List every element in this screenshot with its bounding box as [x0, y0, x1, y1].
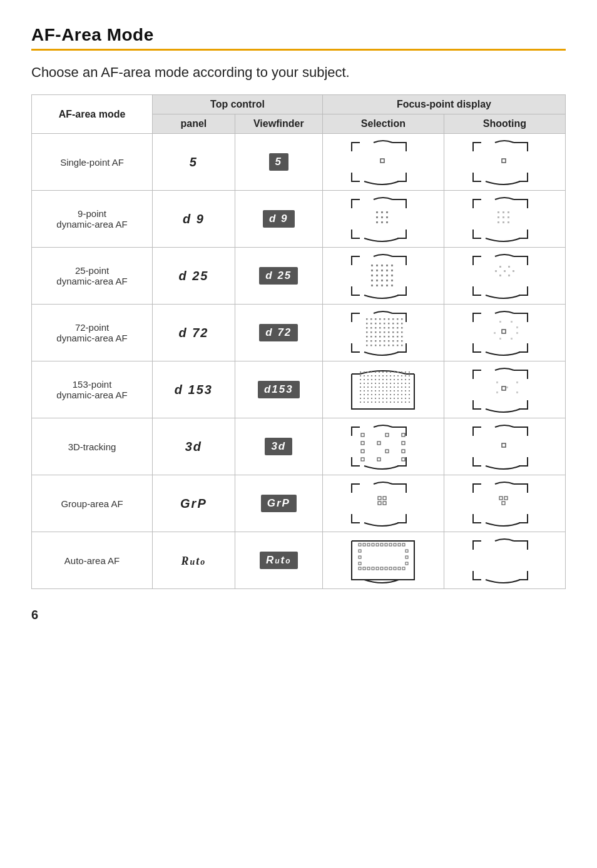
svg-rect-301 [398, 567, 401, 570]
svg-rect-96 [401, 336, 403, 338]
svg-rect-259 [377, 442, 380, 445]
svg-rect-169 [375, 383, 376, 384]
svg-rect-127 [375, 371, 376, 373]
svg-rect-15 [503, 216, 504, 218]
svg-rect-54 [375, 318, 377, 320]
svg-rect-38 [386, 280, 388, 281]
svg-rect-172 [386, 383, 387, 384]
svg-rect-185 [382, 386, 384, 388]
svg-rect-228 [386, 398, 387, 399]
svg-rect-243 [390, 401, 391, 403]
svg-rect-85 [392, 331, 394, 333]
svg-rect-241 [382, 401, 384, 403]
svg-rect-284 [398, 543, 401, 546]
svg-rect-248 [409, 401, 410, 403]
svg-rect-32 [381, 275, 383, 276]
svg-rect-120 [516, 332, 518, 334]
svg-rect-37 [381, 280, 383, 281]
svg-rect-182 [371, 386, 372, 388]
svg-rect-180 [364, 386, 365, 388]
svg-rect-135 [405, 371, 406, 373]
svg-rect-242 [386, 401, 387, 403]
header-top-control: Top control [153, 95, 323, 114]
svg-rect-138 [364, 375, 365, 376]
svg-rect-280 [380, 543, 383, 546]
shooting-diagram [444, 191, 565, 248]
svg-rect-139 [367, 375, 369, 376]
svg-rect-61 [366, 323, 368, 325]
svg-rect-29 [391, 270, 393, 271]
svg-rect-268 [378, 497, 381, 500]
svg-rect-170 [379, 383, 380, 384]
svg-rect-149 [405, 375, 406, 376]
svg-rect-18 [503, 221, 504, 223]
svg-rect-283 [394, 543, 396, 546]
svg-rect-164 [409, 379, 410, 380]
svg-rect-83 [384, 331, 385, 333]
svg-rect-104 [397, 340, 399, 342]
svg-rect-209 [367, 394, 369, 395]
viewfinder-symbol: d 9 [235, 191, 322, 248]
svg-rect-22 [381, 265, 383, 266]
svg-rect-267 [502, 443, 506, 447]
svg-rect-70 [366, 327, 368, 329]
svg-rect-189 [397, 386, 399, 388]
shooting-diagram [444, 134, 565, 191]
svg-rect-198 [379, 390, 380, 391]
svg-rect-95 [397, 336, 399, 338]
svg-rect-144 [386, 375, 387, 376]
svg-rect-35 [371, 280, 373, 281]
svg-rect-275 [359, 543, 361, 546]
svg-rect-143 [382, 375, 384, 376]
svg-rect-200 [386, 390, 387, 391]
svg-rect-206 [409, 390, 410, 391]
viewfinder-symbol: 5 [235, 134, 322, 191]
panel-symbol: 5 [153, 134, 235, 191]
svg-rect-44 [391, 285, 393, 286]
svg-rect-250 [496, 381, 498, 383]
svg-rect-0 [380, 159, 384, 163]
header-viewfinder: Viewfinder [235, 114, 322, 134]
table-row: 3D-tracking3d3d [32, 418, 566, 475]
selection-diagram [322, 361, 444, 418]
shooting-diagram [444, 475, 565, 532]
svg-rect-72 [375, 327, 377, 329]
svg-rect-166 [364, 383, 365, 384]
viewfinder-symbol: GrP [235, 475, 322, 532]
svg-rect-119 [494, 332, 496, 334]
svg-rect-178 [409, 383, 410, 384]
page-number: 6 [31, 608, 566, 622]
svg-rect-253 [496, 391, 498, 393]
header-selection: Selection [322, 114, 444, 134]
svg-rect-272 [499, 497, 503, 500]
svg-rect-9 [381, 221, 383, 223]
svg-rect-223 [367, 398, 369, 399]
svg-rect-262 [385, 450, 389, 453]
af-mode-cell: 3D-tracking [32, 418, 153, 475]
svg-rect-69 [401, 323, 403, 325]
svg-rect-97 [366, 340, 368, 342]
svg-rect-131 [390, 371, 391, 373]
panel-symbol: GrP [153, 475, 235, 532]
svg-rect-53 [370, 318, 372, 320]
svg-rect-255 [361, 433, 364, 437]
svg-rect-76 [392, 327, 394, 329]
selection-diagram [322, 191, 444, 248]
svg-rect-21 [376, 265, 378, 266]
selection-diagram [322, 305, 444, 361]
svg-rect-188 [394, 386, 395, 388]
svg-rect-230 [394, 398, 395, 399]
svg-rect-98 [370, 340, 372, 342]
svg-rect-3 [381, 211, 383, 213]
svg-rect-249 [502, 386, 506, 390]
svg-rect-236 [364, 401, 365, 403]
svg-rect-276 [363, 543, 365, 546]
svg-rect-57 [388, 318, 390, 320]
svg-rect-258 [361, 442, 364, 445]
af-mode-cell: 153-point dynamic-area AF [32, 361, 153, 418]
svg-rect-26 [376, 270, 378, 271]
svg-rect-222 [364, 398, 365, 399]
header-fpd: Focus-point display [322, 95, 565, 114]
svg-rect-202 [394, 390, 395, 391]
svg-rect-90 [375, 336, 377, 338]
